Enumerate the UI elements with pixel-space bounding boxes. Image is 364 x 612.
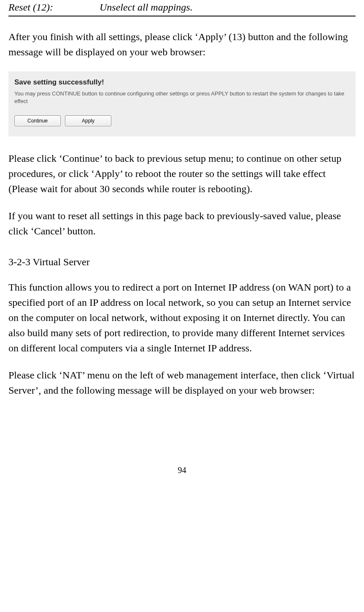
apply-button[interactable]: Apply bbox=[65, 115, 111, 126]
section-heading-virtual-server: 3-2-3 Virtual Server bbox=[8, 256, 356, 268]
paragraph-nat-instruction: Please click ‘NAT’ menu on the left of w… bbox=[8, 367, 356, 398]
paragraph-continue-apply: Please click ‘Continue’ to back to previ… bbox=[8, 151, 356, 196]
reset-row: Reset (12): Unselect all mappings. bbox=[8, 0, 356, 16]
reset-description: Unselect all mappings. bbox=[100, 2, 193, 13]
paragraph-virtual-server-desc: This function allows you to redirect a p… bbox=[8, 280, 356, 356]
paragraph-cancel-reset: If you want to reset all settings in thi… bbox=[8, 208, 356, 239]
reset-label: Reset (12): bbox=[8, 2, 97, 13]
page-number: 94 bbox=[8, 465, 356, 475]
dialog-title: Save setting successfully! bbox=[14, 78, 350, 87]
dialog-button-row: Continue Apply bbox=[14, 115, 350, 126]
save-setting-dialog: Save setting successfully! You may press… bbox=[8, 71, 356, 136]
continue-button[interactable]: Continue bbox=[14, 115, 61, 126]
paragraph-apply-intro: After you finish with all settings, plea… bbox=[8, 29, 356, 60]
dialog-description: You may press CONTINUE button to continu… bbox=[14, 90, 350, 105]
